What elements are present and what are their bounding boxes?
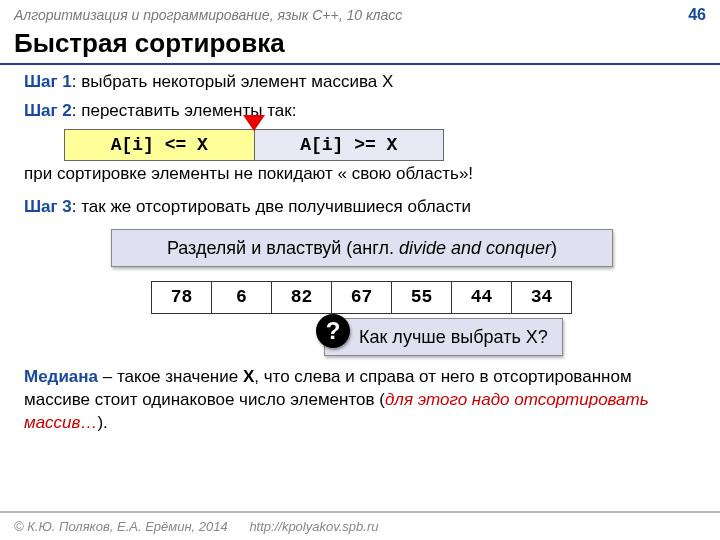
- footer: © К.Ю. Поляков, Е.А. Ерёмин, 2014 http:/…: [0, 511, 720, 540]
- partition-note: при сортировке элементы не покидают « св…: [24, 163, 700, 186]
- array-cell: 67: [331, 281, 392, 313]
- median-text: ).: [97, 413, 107, 432]
- step3-label: Шаг 3: [24, 197, 72, 216]
- median-label: Медиана: [24, 367, 98, 386]
- array-cell: 55: [391, 281, 452, 313]
- array-cell: 34: [511, 281, 572, 313]
- question-mark-icon: ?: [316, 314, 350, 348]
- page-number: 46: [688, 6, 706, 24]
- median-x: X: [243, 367, 254, 386]
- array-cell: 78: [151, 281, 212, 313]
- step3-text: : так же отсортировать две получившиеся …: [72, 197, 471, 216]
- step2: Шаг 2: переставить элементы так:: [24, 100, 700, 123]
- motto-box: Разделяй и властвуй (англ. divide and co…: [111, 229, 613, 267]
- motto-ru: Разделяй и властвуй (англ.: [167, 238, 399, 258]
- page-title: Быстрая сортировка: [0, 26, 720, 65]
- step1: Шаг 1: выбрать некоторый элемент массива…: [24, 71, 700, 94]
- step1-label: Шаг 1: [24, 72, 72, 91]
- median-definition: Медиана – такое значение X, что слева и …: [24, 366, 700, 435]
- partition-box: A[i] <= X A[i] >= X: [64, 129, 444, 161]
- array-row: 78 6 82 67 55 44 34: [152, 281, 572, 313]
- question-callout: ? Как лучше выбрать X?: [324, 318, 700, 356]
- motto-close: ): [551, 238, 557, 258]
- footer-url: http://kpolyakov.spb.ru: [249, 519, 378, 534]
- array-cell: 44: [451, 281, 512, 313]
- array-cell: 82: [271, 281, 332, 313]
- question-box: Как лучше выбрать X?: [324, 318, 563, 356]
- course-name: Алгоритмизация и программирование, язык …: [14, 7, 402, 23]
- footer-copyright: © К.Ю. Поляков, Е.А. Ерёмин, 2014: [14, 519, 228, 534]
- partition-right: A[i] >= X: [255, 130, 444, 160]
- step1-text: : выбрать некоторый элемент массива X: [72, 72, 394, 91]
- step2-label: Шаг 2: [24, 101, 72, 120]
- pivot-marker-icon: [243, 115, 265, 131]
- partition-diagram: A[i] <= X A[i] >= X: [64, 129, 444, 161]
- partition-left: A[i] <= X: [65, 130, 255, 160]
- header-bar: Алгоритмизация и программирование, язык …: [0, 0, 720, 26]
- motto-en: divide and conquer: [399, 238, 551, 258]
- array-cell: 6: [211, 281, 272, 313]
- slide-content: Шаг 1: выбрать некоторый элемент массива…: [0, 65, 720, 435]
- step3: Шаг 3: так же отсортировать две получивш…: [24, 196, 700, 219]
- median-text: – такое значение: [98, 367, 243, 386]
